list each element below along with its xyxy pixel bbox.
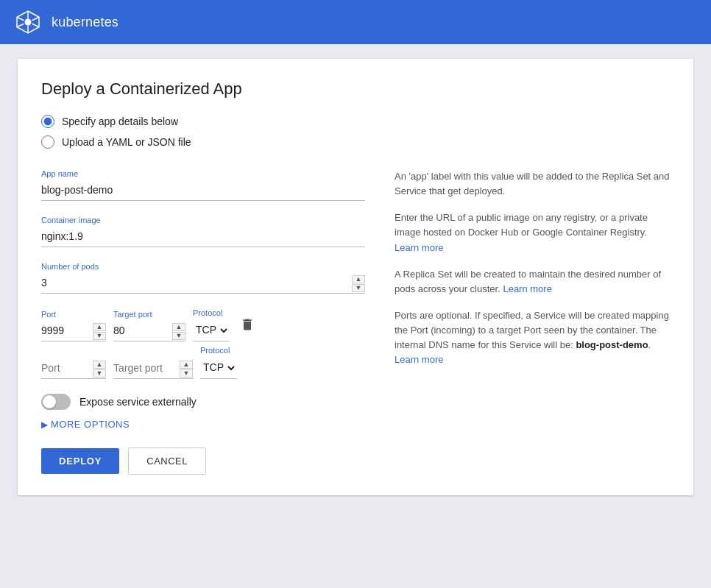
dns-name: blog-post-demo xyxy=(576,339,648,350)
port-down-btn-1[interactable]: ▼ xyxy=(93,332,106,340)
num-pods-spinner: ▲ ▼ xyxy=(352,275,365,292)
target-port-spinner-1: ▲ ▼ xyxy=(172,323,185,340)
container-image-label: Container image xyxy=(41,216,365,224)
port-input-1[interactable] xyxy=(41,322,93,341)
container-image-input[interactable] xyxy=(41,227,365,247)
radio-specify-input[interactable] xyxy=(41,115,54,128)
cancel-button[interactable]: CANCEL xyxy=(128,447,206,475)
ports-learn-more-link[interactable]: Learn more xyxy=(395,354,443,365)
port-input-row-1: ▲ ▼ xyxy=(41,322,106,341)
toggle-label: Expose service externally xyxy=(79,396,197,408)
protocol-select-1[interactable]: TCP UDP xyxy=(193,320,230,341)
svg-line-7 xyxy=(17,17,24,21)
container-image-learn-more-link[interactable]: Learn more xyxy=(395,242,443,253)
target-port-field-2: ▲ ▼ xyxy=(113,359,193,379)
app-name-help-text: An 'app' label with this value will be a… xyxy=(395,169,670,199)
svg-line-6 xyxy=(17,24,24,27)
radio-upload-label[interactable]: Upload a YAML or JSON file xyxy=(41,135,670,149)
right-panel: An 'app' label with this value will be a… xyxy=(395,169,670,475)
port-up-btn-2[interactable]: ▲ xyxy=(93,361,106,369)
num-pods-down-btn[interactable]: ▼ xyxy=(352,284,365,292)
topbar-title: kubernetes xyxy=(52,15,118,30)
left-panel: App name Container image Number of pods … xyxy=(41,169,365,475)
protocol-field-2: Protocol TCP UDP xyxy=(200,346,237,379)
target-port-down-btn-1[interactable]: ▼ xyxy=(172,332,185,340)
target-port-spinner-2: ▲ ▼ xyxy=(180,361,193,378)
replica-set-help-text: A Replica Set will be created to maintai… xyxy=(395,267,670,297)
target-port-up-btn-2[interactable]: ▲ xyxy=(180,361,193,369)
port-field-1: Port ▲ ▼ xyxy=(41,310,106,341)
protocol-field-1: Protocol TCP UDP xyxy=(193,308,230,341)
target-port-input-1[interactable] xyxy=(113,322,172,341)
page-title: Deploy a Containerized App xyxy=(41,79,670,99)
num-pods-label: Number of pods xyxy=(41,262,365,271)
container-image-help-text: Enter the URL of a public image on any r… xyxy=(395,210,670,255)
protocol-label-2: Protocol xyxy=(200,346,237,355)
target-port-input-row-2: ▲ ▼ xyxy=(113,359,193,379)
toggle-knob xyxy=(43,395,56,408)
port-up-btn-1[interactable]: ▲ xyxy=(93,323,106,331)
port-down-btn-2[interactable]: ▼ xyxy=(93,369,106,378)
expose-service-toggle[interactable] xyxy=(41,394,71,410)
container-image-group: Container image xyxy=(41,216,365,247)
radio-specify-label[interactable]: Specify app details below xyxy=(41,115,670,128)
replica-set-learn-more-link[interactable]: Learn more xyxy=(503,283,551,294)
port-label-1: Port xyxy=(41,310,106,319)
num-pods-input[interactable] xyxy=(41,274,352,293)
toggle-row: Expose service externally xyxy=(41,394,365,410)
deploy-button[interactable]: DEPLOY xyxy=(41,448,119,474)
delete-port-btn-1[interactable] xyxy=(237,314,258,339)
main-area: Deploy a Containerized App Specify app d… xyxy=(0,44,711,588)
target-port-input-row-1: ▲ ▼ xyxy=(113,322,185,341)
kubernetes-logo-icon xyxy=(15,9,41,35)
target-port-input-2[interactable] xyxy=(113,359,180,378)
ports-row-2: ▲ ▼ ▲ ▼ xyxy=(41,346,365,379)
protocol-select-2[interactable]: TCP UDP xyxy=(200,358,237,379)
port-field-2: ▲ ▼ xyxy=(41,359,106,379)
actions-row: DEPLOY CANCEL xyxy=(41,447,365,475)
num-pods-row: ▲ ▼ xyxy=(41,274,365,294)
radio-group: Specify app details below Upload a YAML … xyxy=(41,115,670,149)
port-spinner-2: ▲ ▼ xyxy=(93,361,106,378)
svg-line-4 xyxy=(32,24,39,27)
num-pods-up-btn[interactable]: ▲ xyxy=(352,275,365,283)
deploy-card: Deploy a Containerized App Specify app d… xyxy=(18,59,693,495)
radio-upload-input[interactable] xyxy=(41,135,54,149)
target-port-down-btn-2[interactable]: ▼ xyxy=(180,369,193,378)
app-name-input[interactable] xyxy=(41,181,365,201)
svg-line-3 xyxy=(32,17,39,21)
protocol-label-1: Protocol xyxy=(193,308,230,317)
more-options-arrow-icon: ▶ xyxy=(41,419,48,430)
target-port-up-btn-1[interactable]: ▲ xyxy=(172,323,185,331)
topbar: kubernetes xyxy=(0,0,711,44)
port-input-row-2: ▲ ▼ xyxy=(41,359,106,379)
num-pods-group: Number of pods ▲ ▼ xyxy=(41,262,365,294)
more-options-label: MORE OPTIONS xyxy=(51,419,130,430)
ports-row-1: Port ▲ ▼ Target port xyxy=(41,308,365,341)
app-name-group: App name xyxy=(41,169,365,201)
trash-icon xyxy=(240,317,255,332)
target-port-field-1: Target port ▲ ▼ xyxy=(113,310,185,341)
more-options-row[interactable]: ▶ MORE OPTIONS xyxy=(41,419,365,430)
port-input-2[interactable] xyxy=(41,359,93,378)
radio-specify-text: Specify app details below xyxy=(62,116,178,127)
svg-point-1 xyxy=(25,19,32,26)
target-port-label-1: Target port xyxy=(113,310,185,319)
port-spinner-1: ▲ ▼ xyxy=(93,323,106,340)
app-name-label: App name xyxy=(41,169,365,178)
ports-help-text: Ports are optional. If specified, a Serv… xyxy=(395,308,670,368)
radio-upload-text: Upload a YAML or JSON file xyxy=(62,136,191,148)
content-split: App name Container image Number of pods … xyxy=(41,169,670,475)
